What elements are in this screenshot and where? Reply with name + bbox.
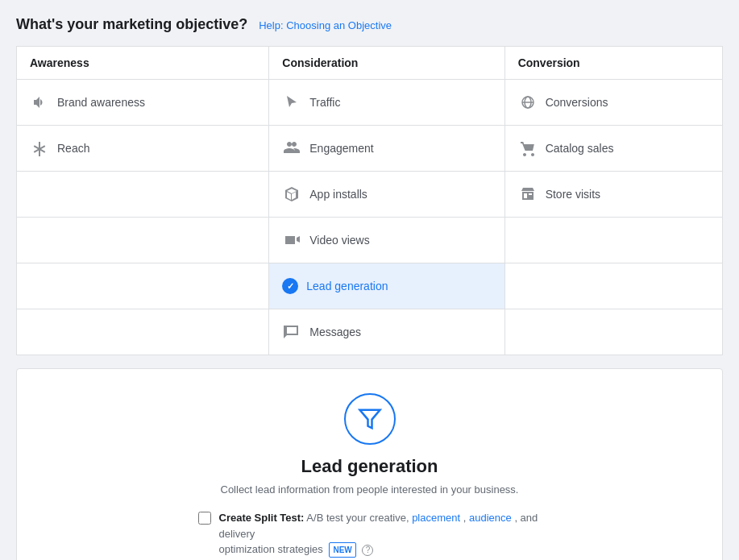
page-header: What's your marketing objective? Help: C… bbox=[16, 16, 723, 33]
obj-reach-label: Reach bbox=[57, 142, 89, 155]
video-icon bbox=[282, 230, 301, 250]
empty-cell-3 bbox=[505, 218, 722, 263]
cell-lead-generation: Lead generation bbox=[269, 263, 504, 309]
obj-catalog-sales-label: Catalog sales bbox=[546, 142, 614, 155]
cart-icon bbox=[518, 139, 538, 158]
empty-cell-4 bbox=[17, 263, 268, 309]
empty-cell-2 bbox=[17, 218, 268, 263]
obj-store-visits-label: Store visits bbox=[546, 188, 600, 201]
obj-messages-label: Messages bbox=[309, 326, 361, 338]
box-icon bbox=[282, 185, 301, 204]
cell-store-visits: Store visits bbox=[504, 172, 722, 218]
obj-video-views-label: Video views bbox=[309, 234, 369, 247]
obj-conversions-label: Conversions bbox=[546, 96, 608, 109]
cursor-icon bbox=[282, 93, 301, 112]
cell-video-views: Video views bbox=[269, 218, 504, 263]
detail-description: Collect lead information from people int… bbox=[33, 483, 706, 496]
cell-empty-2 bbox=[17, 218, 269, 263]
cell-empty-4 bbox=[17, 263, 269, 309]
cell-conversions: Conversions bbox=[504, 80, 722, 126]
table-row: Reach Engagement bbox=[17, 126, 723, 172]
split-test-row: Create Split Test: A/B test your creativ… bbox=[33, 510, 706, 558]
help-icon[interactable]: ? bbox=[362, 545, 373, 556]
empty-cell-5 bbox=[505, 263, 722, 309]
obj-engagement-label: Engagement bbox=[309, 142, 373, 155]
store-icon bbox=[518, 185, 538, 204]
table-row: App installs Store visits bbox=[17, 172, 723, 218]
svg-marker-3 bbox=[359, 410, 380, 429]
cell-empty-1 bbox=[17, 172, 269, 218]
table-row: Lead generation bbox=[17, 263, 723, 309]
page-container: What's your marketing objective? Help: C… bbox=[0, 0, 739, 560]
obj-traffic-label: Traffic bbox=[309, 96, 340, 109]
col-awareness: Awareness bbox=[17, 47, 269, 80]
empty-cell-1 bbox=[17, 172, 268, 217]
detail-icon-circle bbox=[344, 393, 396, 445]
obj-lead-generation[interactable]: Lead generation bbox=[269, 263, 504, 309]
obj-reach[interactable]: Reach bbox=[17, 126, 268, 171]
obj-engagement[interactable]: Engagement bbox=[269, 126, 504, 171]
obj-brand-awareness-label: Brand awareness bbox=[57, 96, 145, 109]
people-icon bbox=[282, 139, 301, 158]
table-row: Video views bbox=[17, 218, 723, 263]
new-badge: NEW bbox=[329, 542, 355, 558]
obj-store-visits[interactable]: Store visits bbox=[505, 172, 722, 217]
cell-traffic: Traffic bbox=[269, 80, 504, 126]
obj-brand-awareness[interactable]: Brand awareness bbox=[17, 80, 268, 125]
cell-app-installs: App installs bbox=[269, 172, 504, 218]
cell-empty-6 bbox=[17, 309, 269, 355]
obj-messages[interactable]: Messages bbox=[269, 309, 504, 355]
asterisk-icon bbox=[30, 139, 49, 158]
split-test-comma1: , bbox=[463, 512, 469, 524]
empty-cell-7 bbox=[505, 309, 722, 355]
chat-icon bbox=[282, 322, 301, 342]
empty-cell-6 bbox=[17, 309, 268, 355]
obj-traffic[interactable]: Traffic bbox=[269, 80, 504, 125]
cell-reach: Reach bbox=[17, 126, 269, 172]
detail-section: Lead generation Collect lead information… bbox=[16, 368, 723, 560]
table-row: Brand awareness Traffic bbox=[17, 80, 723, 126]
split-test-bold: Create Split Test: bbox=[219, 512, 305, 524]
cell-engagement: Engagement bbox=[269, 126, 504, 172]
obj-app-installs[interactable]: App installs bbox=[269, 172, 504, 217]
obj-app-installs-label: App installs bbox=[309, 188, 367, 201]
obj-video-views[interactable]: Video views bbox=[269, 218, 504, 263]
cell-catalog-sales: Catalog sales bbox=[504, 126, 722, 172]
placement-link[interactable]: placement bbox=[412, 512, 460, 524]
cell-empty-7 bbox=[504, 309, 722, 355]
split-test-checkbox[interactable] bbox=[198, 512, 211, 525]
obj-catalog-sales[interactable]: Catalog sales bbox=[505, 126, 722, 171]
detail-title: Lead generation bbox=[33, 456, 706, 477]
col-consideration: Consideration bbox=[269, 47, 504, 80]
cell-brand-awareness: Brand awareness bbox=[17, 80, 269, 126]
table-row: Messages bbox=[17, 309, 723, 355]
megaphone-icon bbox=[30, 93, 49, 112]
help-link[interactable]: Help: Choosing an Objective bbox=[259, 19, 392, 31]
page-title: What's your marketing objective? bbox=[16, 16, 247, 32]
cell-messages: Messages bbox=[269, 309, 504, 355]
split-test-rest: A/B test your creative, bbox=[306, 512, 412, 524]
cell-empty-3 bbox=[504, 218, 722, 263]
cell-empty-5 bbox=[504, 263, 722, 309]
obj-conversions[interactable]: Conversions bbox=[505, 80, 722, 125]
audience-link[interactable]: audience bbox=[469, 512, 512, 524]
filter-icon bbox=[358, 407, 382, 431]
selected-checkmark bbox=[282, 278, 298, 294]
globe-icon bbox=[518, 93, 538, 112]
split-test-text: Create Split Test: A/B test your creativ… bbox=[219, 510, 542, 558]
objectives-table: Awareness Consideration Conversion Brand… bbox=[16, 46, 723, 355]
obj-lead-generation-label: Lead generation bbox=[306, 280, 388, 292]
col-conversion: Conversion bbox=[504, 47, 722, 80]
